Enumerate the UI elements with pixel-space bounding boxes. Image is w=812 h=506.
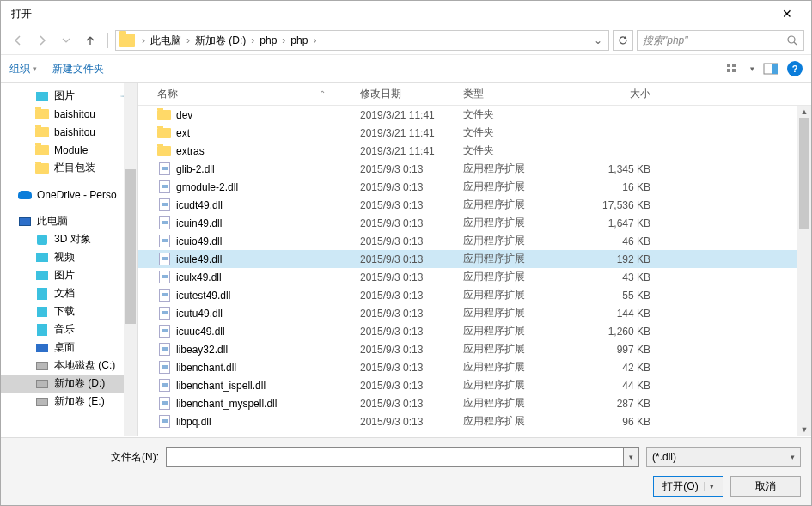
file-size: 1,345 KB	[565, 163, 659, 175]
breadcrumb-segment[interactable]: php	[287, 34, 311, 46]
file-type: 应用程序扩展	[463, 360, 565, 375]
file-row[interactable]: extras2019/3/21 11:41文件夹	[138, 142, 811, 160]
file-type: 应用程序扩展	[463, 414, 565, 429]
recent-dropdown[interactable]	[56, 30, 76, 51]
file-row[interactable]: dev2019/3/21 11:41文件夹	[138, 106, 811, 124]
file-row[interactable]: libpq.dll2015/9/3 0:13应用程序扩展96 KB	[138, 412, 811, 430]
file-type: 应用程序扩展	[463, 180, 565, 194]
tree-item[interactable]: 下载	[1, 302, 137, 320]
dll-file-icon	[157, 217, 171, 229]
file-size: 16 KB	[565, 181, 659, 193]
folder-icon	[119, 34, 135, 47]
chevron-right-icon[interactable]: ›	[311, 34, 318, 46]
doc-icon	[35, 288, 49, 300]
address-dropdown[interactable]: ⌄	[591, 34, 605, 46]
view-dropdown[interactable]: ▾	[750, 64, 754, 73]
view-controls: ▾ ?	[726, 61, 803, 76]
scroll-down-icon[interactable]: ▼	[797, 424, 811, 436]
filetype-filter[interactable]: (*.dll) ▾	[646, 447, 801, 467]
breadcrumb-segment[interactable]: 新加卷 (D:)	[192, 34, 249, 46]
file-type: 应用程序扩展	[463, 324, 565, 338]
scrollbar-thumb[interactable]	[125, 169, 136, 324]
tree-item[interactable]: 新加卷 (D:)	[1, 375, 137, 393]
file-row[interactable]: icuio49.dll2015/9/3 0:13应用程序扩展46 KB	[138, 232, 811, 250]
tree-item[interactable]: 本地磁盘 (C:)	[1, 357, 137, 375]
file-name: gmodule-2.dll	[176, 181, 238, 193]
file-date: 2015/9/3 0:13	[360, 398, 463, 410]
tree-item[interactable]: baishitou	[1, 123, 137, 141]
scroll-up-icon[interactable]: ▲	[797, 106, 811, 118]
column-type[interactable]: 类型	[463, 87, 565, 101]
chevron-right-icon[interactable]: ›	[140, 34, 147, 46]
back-button[interactable]	[8, 30, 28, 51]
svg-rect-2	[732, 64, 736, 67]
refresh-button[interactable]	[613, 30, 633, 51]
file-row[interactable]: glib-2.dll2015/9/3 0:13应用程序扩展1,345 KB	[138, 160, 811, 178]
file-row[interactable]: libenchant_ispell.dll2015/9/3 0:13应用程序扩展…	[138, 376, 811, 394]
file-row[interactable]: gmodule-2.dll2015/9/3 0:13应用程序扩展16 KB	[138, 178, 811, 196]
chevron-right-icon[interactable]: ›	[185, 34, 192, 46]
open-button[interactable]: 打开(O)▾	[653, 476, 723, 497]
tree-item[interactable]: 新加卷 (E:)	[1, 393, 137, 411]
file-row[interactable]: icutest49.dll2015/9/3 0:13应用程序扩展55 KB	[138, 286, 811, 304]
tree-item-label: baishitou	[54, 126, 95, 138]
file-row[interactable]: ext2019/3/21 11:41文件夹	[138, 124, 811, 142]
file-row[interactable]: iculx49.dll2015/9/3 0:13应用程序扩展43 KB	[138, 268, 811, 286]
tree-item[interactable]: 视频	[1, 248, 137, 266]
tree-item[interactable]: 音乐	[1, 320, 137, 338]
file-row[interactable]: icutu49.dll2015/9/3 0:13应用程序扩展144 KB	[138, 304, 811, 322]
address-bar[interactable]: › 此电脑›新加卷 (D:)›php›php› ⌄	[115, 30, 609, 51]
open-split-dropdown[interactable]: ▾	[704, 482, 714, 491]
breadcrumb-segment[interactable]: php	[256, 34, 280, 46]
file-row[interactable]: icule49.dll2015/9/3 0:13应用程序扩展192 KB	[138, 250, 811, 268]
toolbar: 组织 ▾ 新建文件夹 ▾ ?	[1, 54, 811, 83]
file-row[interactable]: libeay32.dll2015/9/3 0:13应用程序扩展997 KB	[138, 340, 811, 358]
file-row[interactable]: icuin49.dll2015/9/3 0:13应用程序扩展1,647 KB	[138, 214, 811, 232]
filename-input[interactable]	[166, 447, 624, 467]
music-icon	[35, 324, 49, 336]
filelist-scrollbar[interactable]: ▲ ▼	[797, 106, 811, 436]
forward-button[interactable]	[32, 30, 52, 51]
scrollbar-thumb[interactable]	[799, 118, 809, 229]
breadcrumb-segment[interactable]: 此电脑	[147, 34, 185, 46]
column-size[interactable]: 大小	[565, 87, 659, 101]
new-folder-button[interactable]: 新建文件夹	[52, 62, 104, 76]
up-button[interactable]	[80, 30, 101, 51]
tree-item[interactable]: 文档	[1, 284, 137, 302]
file-row[interactable]: icudt49.dll2015/9/3 0:13应用程序扩展17,536 KB	[138, 196, 811, 214]
tree-item[interactable]: 3D 对象	[1, 230, 137, 248]
view-icons-button[interactable]	[726, 63, 742, 75]
tree-item[interactable]: 栏目包装	[1, 159, 137, 177]
filename-history-dropdown[interactable]: ▾	[624, 447, 639, 467]
close-button[interactable]: ✕	[770, 7, 804, 21]
organize-menu[interactable]: 组织 ▾	[9, 62, 37, 76]
tree-item[interactable]: OneDrive - Perso	[1, 186, 137, 204]
file-type: 应用程序扩展	[463, 252, 565, 266]
file-row[interactable]: libenchant.dll2015/9/3 0:13应用程序扩展42 KB	[138, 358, 811, 376]
navigation-tree: 图片📌baishitoubaishitouModule栏目包装OneDrive …	[1, 83, 138, 436]
dll-file-icon	[157, 253, 171, 265]
search-input[interactable]: 搜索"php"	[637, 30, 804, 51]
file-type: 应用程序扩展	[463, 216, 565, 230]
disk-icon	[35, 378, 49, 390]
file-size: 42 KB	[565, 362, 659, 374]
sidebar-scrollbar[interactable]	[124, 83, 137, 436]
help-button[interactable]: ?	[787, 61, 803, 76]
column-name[interactable]: 名称⌃	[138, 87, 360, 101]
tree-item[interactable]: 桌面	[1, 338, 137, 357]
preview-pane-button[interactable]	[763, 63, 778, 75]
tree-item-label: 栏目包装	[54, 161, 95, 175]
tree-item[interactable]: 图片	[1, 266, 137, 284]
file-row[interactable]: libenchant_myspell.dll2015/9/3 0:13应用程序扩…	[138, 394, 811, 412]
desktop-icon	[35, 342, 49, 354]
file-name: icutu49.dll	[176, 308, 223, 320]
cancel-button[interactable]: 取消	[730, 476, 801, 497]
tree-item[interactable]: Module	[1, 141, 137, 159]
tree-item[interactable]: 此电脑	[1, 212, 137, 230]
file-size: 997 KB	[565, 344, 659, 356]
file-size: 192 KB	[565, 253, 659, 265]
file-row[interactable]: icuuc49.dll2015/9/3 0:13应用程序扩展1,260 KB	[138, 322, 811, 340]
tree-item[interactable]: 图片📌	[1, 87, 137, 105]
tree-item[interactable]: baishitou	[1, 105, 137, 123]
column-date[interactable]: 修改日期	[360, 87, 463, 101]
